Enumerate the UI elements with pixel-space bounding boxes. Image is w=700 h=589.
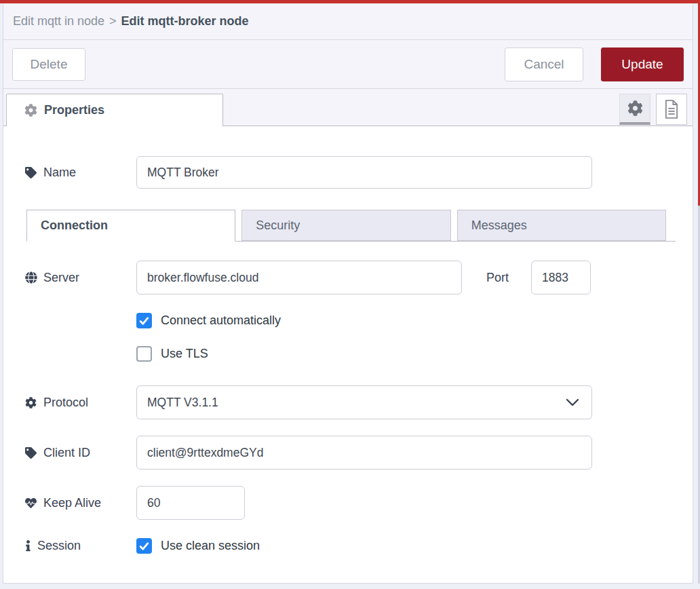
keep-alive-label: Keep Alive <box>24 496 136 510</box>
chevron-down-icon <box>566 398 579 406</box>
node-properties-form: Name Connection Security Messages Server… <box>3 126 693 583</box>
breadcrumb-separator: > <box>109 14 117 28</box>
session-label: Session <box>24 539 136 553</box>
client-id-row: Client ID <box>24 436 674 470</box>
check-icon <box>139 542 149 551</box>
keep-alive-row: Keep Alive <box>24 486 674 520</box>
protocol-select[interactable]: MQTT V3.1.1 <box>136 385 592 419</box>
tab-properties[interactable]: Properties <box>6 94 223 126</box>
server-input[interactable] <box>136 261 462 294</box>
client-id-label: Client ID <box>24 446 136 460</box>
gear-icon <box>627 100 643 116</box>
cancel-button[interactable]: Cancel <box>505 48 583 81</box>
editor-tab-buttons <box>619 94 687 125</box>
connect-automatically-checkbox[interactable] <box>136 313 152 328</box>
globe-icon <box>24 271 37 284</box>
session-label-text: Session <box>37 539 81 553</box>
use-tls-checkbox[interactable] <box>136 346 152 362</box>
dialog-header: Edit mqtt in node > Edit mqtt-broker nod… <box>3 3 693 40</box>
breadcrumb-current: Edit mqtt-broker node <box>121 14 249 28</box>
client-id-label-text: Client ID <box>43 446 90 460</box>
use-tls-label[interactable]: Use TLS <box>161 347 208 361</box>
tab-properties-label: Properties <box>44 103 104 117</box>
client-id-input[interactable] <box>136 436 592 470</box>
breadcrumb-parent[interactable]: Edit mqtt in node <box>13 14 104 28</box>
document-icon <box>663 100 680 119</box>
name-label-text: Name <box>43 166 76 180</box>
server-label-text: Server <box>43 271 79 285</box>
tab-messages[interactable]: Messages <box>457 210 666 241</box>
node-settings-button[interactable] <box>619 94 650 125</box>
clean-session-checkbox[interactable] <box>136 538 152 554</box>
gear-icon <box>24 397 37 408</box>
connect-automatically-row: Connect automatically <box>136 313 674 328</box>
use-tls-row: Use TLS <box>136 346 674 362</box>
connect-automatically-label[interactable]: Connect automatically <box>161 314 281 328</box>
tab-security[interactable]: Security <box>241 210 450 241</box>
broker-subtabs-wrap: Connection Security Messages <box>24 210 674 242</box>
port-label: Port <box>486 271 509 285</box>
name-row: Name <box>24 156 674 189</box>
protocol-row: Protocol MQTT V3.1.1 <box>24 385 674 419</box>
edit-node-dialog: Edit mqtt in node > Edit mqtt-broker nod… <box>3 3 693 584</box>
protocol-select-value: MQTT V3.1.1 <box>147 396 218 410</box>
check-icon <box>139 349 149 359</box>
broker-subtabs: Connection Security Messages <box>26 210 676 242</box>
keep-alive-input[interactable] <box>136 486 245 520</box>
name-input[interactable] <box>136 156 592 189</box>
clean-session-label[interactable]: Use clean session <box>161 539 260 553</box>
heartbeat-icon <box>24 497 37 509</box>
check-icon <box>139 316 149 326</box>
tag-icon <box>24 447 37 459</box>
update-button[interactable]: Update <box>601 48 684 81</box>
protocol-label-text: Protocol <box>43 396 88 410</box>
session-row: Session Use clean session <box>24 538 674 554</box>
deploy-bar <box>0 0 700 3</box>
port-input[interactable] <box>531 261 591 294</box>
node-description-button[interactable] <box>656 94 687 125</box>
keep-alive-label-text: Keep Alive <box>43 496 101 510</box>
server-label: Server <box>24 271 136 285</box>
tag-icon <box>24 167 37 178</box>
name-label: Name <box>24 166 136 180</box>
editor-tabbar: Properties <box>3 89 693 126</box>
gear-icon <box>24 104 37 117</box>
info-icon <box>24 540 31 552</box>
dialog-toolbar: Delete Cancel Update <box>3 40 693 89</box>
tab-connection[interactable]: Connection <box>26 210 235 242</box>
protocol-label: Protocol <box>24 396 136 410</box>
server-row: Server Port <box>24 261 674 294</box>
delete-button[interactable]: Delete <box>12 48 85 81</box>
